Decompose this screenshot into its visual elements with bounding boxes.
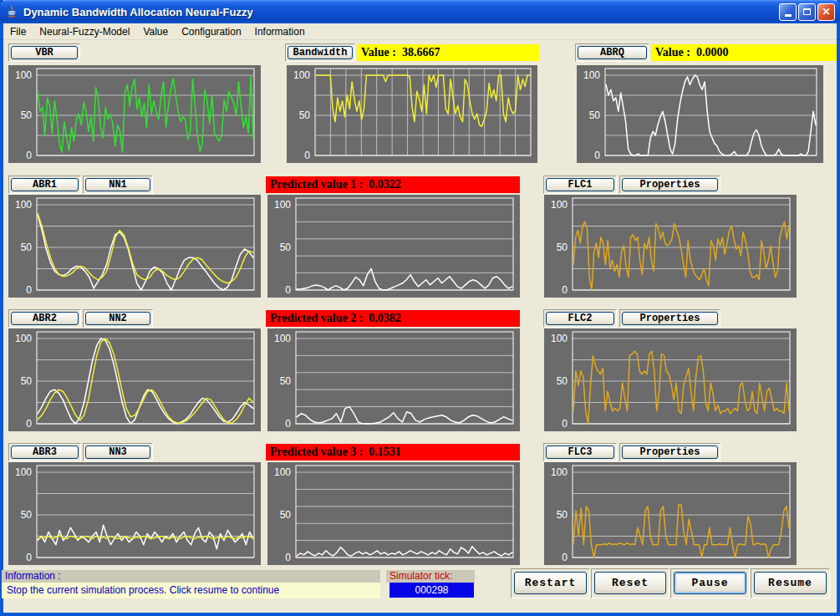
abrq-button-frame: ABRQ [575, 43, 649, 62]
flc1-properties-button[interactable]: Properties [622, 178, 718, 191]
abrq-panel: 100500 [577, 65, 823, 163]
svg-text:100: 100 [551, 333, 568, 344]
svg-text:0: 0 [562, 418, 568, 430]
bandwidth-button[interactable]: Bandwidth [288, 46, 353, 59]
svg-text:100: 100 [551, 466, 568, 478]
nn3-button[interactable]: NN3 [85, 445, 150, 459]
abr3-nn3-chart: 100500 [8, 462, 261, 565]
predicted3-banner: Predicted value 3 : 0.1531 [266, 444, 520, 461]
flc2-button[interactable]: FLC2 [546, 312, 614, 325]
title-bar: Dynamic Bandwidth Allocation Neural-Fuzz… [0, 0, 840, 23]
svg-text:0: 0 [26, 284, 32, 296]
bandwidth-value-banner: Value : 38.6667 [357, 44, 539, 61]
vbr-button[interactable]: VBR [11, 46, 78, 59]
nn1-button-frame: NN1 [83, 176, 153, 194]
svg-text:100: 100 [583, 69, 600, 81]
svg-text:0: 0 [304, 150, 310, 161]
reset-button-frame: Reset [591, 568, 669, 598]
vbr-button-frame: VBR [8, 43, 80, 62]
abr1-panel: 100500 [8, 195, 261, 298]
abr2-nn2-chart: 100500 [8, 328, 261, 431]
menu-value[interactable]: Value [143, 26, 168, 38]
close-button[interactable]: ✕ [817, 3, 835, 21]
flc2-properties-frame: Properties [619, 309, 720, 328]
svg-text:50: 50 [299, 109, 311, 121]
app-window: Dynamic Bandwidth Allocation Neural-Fuzz… [0, 0, 840, 616]
svg-text:100: 100 [15, 69, 32, 81]
nn2-button[interactable]: NN2 [85, 312, 150, 325]
svg-text:50: 50 [21, 109, 33, 121]
flc1-panel: 100500 [544, 195, 797, 298]
svg-text:0: 0 [26, 150, 32, 161]
svg-text:100: 100 [274, 466, 291, 478]
svg-text:50: 50 [557, 509, 568, 521]
vbr-panel: 100500 [8, 65, 261, 163]
restart-button[interactable]: Restart [514, 572, 587, 594]
flc2-properties-button[interactable]: Properties [622, 312, 718, 325]
pause-button-frame: Pause [670, 568, 750, 598]
svg-text:50: 50 [21, 242, 33, 253]
abrq-button[interactable]: ABRQ [578, 46, 647, 59]
predicted2-panel: 100500 [267, 328, 520, 431]
menu-file[interactable]: File [10, 26, 26, 38]
predicted2-banner: Predicted value 2 : 0.0382 [266, 310, 520, 327]
svg-text:0: 0 [594, 150, 600, 161]
window-title: Dynamic Bandwidth Allocation Neural-Fuzz… [23, 6, 253, 18]
pause-button[interactable]: Pause [674, 572, 746, 594]
abr1-button[interactable]: ABR1 [11, 178, 79, 191]
predicted2-chart: 100500 [267, 328, 520, 431]
flc3-button-frame: FLC3 [543, 443, 617, 461]
svg-text:50: 50 [280, 509, 292, 521]
flc3-chart: 100500 [544, 462, 797, 565]
predicted1-banner: Predicted value 1 : 0.0322 [266, 176, 520, 193]
svg-text:0: 0 [26, 552, 32, 563]
menu-neural-fuzzy-model[interactable]: Neural-Fuzzy-Model [39, 26, 130, 38]
flc3-properties-button[interactable]: Properties [622, 445, 718, 459]
svg-text:50: 50 [21, 509, 33, 521]
simulator-tick-label: Simulator tick: [386, 570, 475, 583]
svg-text:100: 100 [15, 466, 32, 478]
svg-text:0: 0 [26, 418, 32, 430]
flc1-properties-frame: Properties [619, 176, 720, 194]
reset-button[interactable]: Reset [594, 572, 666, 594]
svg-text:100: 100 [15, 333, 32, 344]
svg-text:50: 50 [21, 375, 33, 387]
information-label: Information : [2, 570, 380, 583]
svg-text:50: 50 [280, 242, 292, 253]
simulator-tick-value: 000298 [389, 583, 474, 598]
nn1-button[interactable]: NN1 [85, 178, 150, 191]
nn3-button-frame: NN3 [83, 443, 153, 461]
flc2-chart: 100500 [544, 328, 797, 431]
menu-information[interactable]: Information [255, 26, 305, 38]
flc1-button[interactable]: FLC1 [546, 178, 614, 191]
svg-text:50: 50 [557, 242, 568, 253]
svg-text:0: 0 [285, 552, 291, 563]
svg-text:100: 100 [15, 199, 32, 211]
menu-configuration[interactable]: Configuration [181, 26, 241, 38]
menu-bar: File Neural-Fuzzy-Model Value Configurat… [3, 23, 837, 40]
flc2-button-frame: FLC2 [543, 309, 617, 328]
svg-text:0: 0 [285, 284, 291, 296]
abr2-button-frame: ABR2 [8, 309, 81, 328]
resume-button-frame: Resume [751, 568, 830, 598]
abr1-nn1-chart: 100500 [8, 195, 261, 298]
svg-text:100: 100 [293, 69, 310, 81]
predicted1-panel: 100500 [267, 195, 520, 298]
flc3-panel: 100500 [544, 462, 797, 565]
abr2-button[interactable]: ABR2 [11, 312, 79, 325]
bandwidth-chart: 100500 [287, 65, 537, 163]
flc3-button[interactable]: FLC3 [546, 445, 614, 459]
minimize-button[interactable] [779, 3, 797, 21]
flc1-chart: 100500 [544, 195, 797, 298]
svg-text:50: 50 [589, 109, 601, 121]
svg-text:0: 0 [285, 418, 291, 430]
bandwidth-panel: 100500 [287, 65, 537, 163]
svg-text:0: 0 [562, 284, 568, 296]
nn2-button-frame: NN2 [83, 309, 153, 328]
svg-text:50: 50 [557, 375, 568, 387]
maximize-button[interactable] [798, 3, 816, 21]
resume-button[interactable]: Resume [754, 572, 827, 594]
abr3-button[interactable]: ABR3 [11, 445, 79, 459]
predicted3-panel: 100500 [267, 462, 520, 565]
svg-text:100: 100 [551, 199, 568, 211]
